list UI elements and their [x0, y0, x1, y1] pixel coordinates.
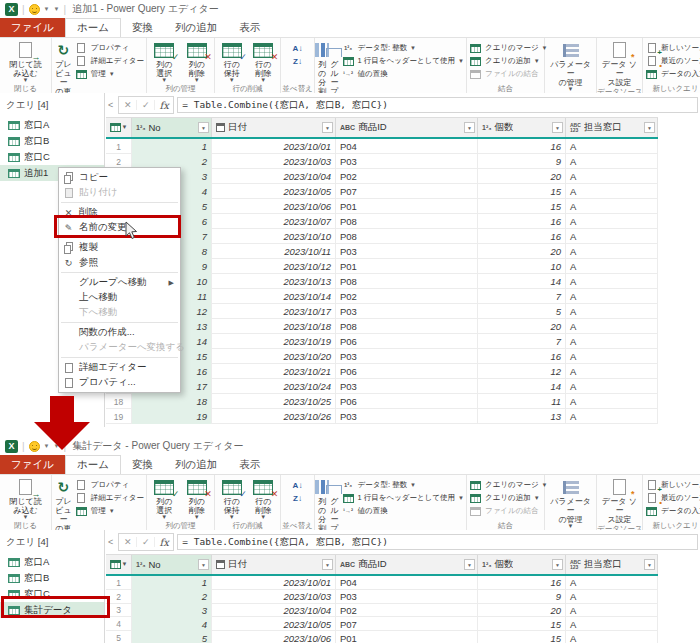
table-cell[interactable]: 2023/10/18	[212, 319, 336, 334]
table-cell[interactable]: P06	[336, 334, 478, 349]
sidebar-query-item[interactable]: 窓口A	[0, 554, 104, 570]
table-cell[interactable]: 15	[478, 617, 566, 631]
menu-item-0[interactable]: コピー	[59, 170, 180, 185]
collapse-pane-icon[interactable]: <	[108, 537, 113, 547]
table-cell[interactable]: A	[566, 289, 658, 304]
table-cell[interactable]: P04	[336, 576, 478, 590]
table-cell[interactable]: 5	[132, 631, 212, 643]
table-cell[interactable]: 16	[478, 576, 566, 590]
table-cell[interactable]: A	[566, 409, 658, 424]
column-header-3[interactable]: 1²₃個数▼	[478, 118, 566, 137]
ribbon-button-advanced-editor[interactable]: 詳細エディター	[75, 55, 144, 67]
ribbon-button-sort-descending[interactable]: Z↓	[291, 492, 304, 504]
table-cell[interactable]: 2023/10/03	[212, 154, 336, 169]
table-cell[interactable]: 9	[478, 590, 566, 604]
ribbon-button-use-first-row-as-headers[interactable]: 1 行目をヘッダーとして使用▼	[342, 492, 464, 504]
ribbon-button-data-type[interactable]: 1²₃データ型: 整数▼	[342, 42, 464, 54]
column-header-0[interactable]: 1²₃No▼	[132, 118, 212, 137]
smiley-dropdown-caret-icon[interactable]: ▼	[44, 6, 50, 12]
ribbon-button-properties[interactable]: プロパティ	[75, 479, 144, 491]
table-cell[interactable]: P03	[336, 154, 478, 169]
table-cell[interactable]: P07	[336, 184, 478, 199]
sidebar-query-item[interactable]: 窓口C	[0, 149, 104, 165]
table-cell[interactable]: 2023/10/04	[212, 604, 336, 618]
ribbon-button-merge-queries[interactable]: クエリのマージ▼	[469, 42, 542, 54]
tab-r4[interactable]: 表示	[228, 455, 271, 474]
filter-dropdown-icon[interactable]: ▼	[644, 559, 655, 570]
ribbon-button-replace-values[interactable]: ¹→²値の置換	[342, 68, 464, 80]
table-cell[interactable]: A	[566, 379, 658, 394]
table-cell[interactable]: A	[566, 244, 658, 259]
table-cell[interactable]: 2023/10/10	[212, 229, 336, 244]
commit-formula-icon[interactable]: ✓	[137, 100, 155, 110]
table-cell[interactable]: A	[566, 139, 658, 154]
quick-access-caret-icon[interactable]: ▼	[54, 6, 60, 12]
ribbon-button-close-and-load[interactable]: →閉じて読 み込む▼	[2, 40, 49, 84]
table-cell[interactable]: 2023/10/17	[212, 304, 336, 319]
table-cell[interactable]: P03	[336, 349, 478, 364]
table-cell[interactable]: A	[566, 184, 658, 199]
ribbon-button-recent-sources[interactable]: •最近のソース▼	[645, 492, 700, 504]
ribbon-button-data-source-settings[interactable]: *データ ソー ス設定	[599, 477, 640, 524]
table-cell[interactable]: 16	[478, 139, 566, 154]
table-cell[interactable]: A	[566, 349, 658, 364]
table-cell[interactable]: P08	[336, 274, 478, 289]
filter-dropdown-icon[interactable]: ▼	[644, 122, 655, 133]
table-cell[interactable]: 18	[132, 394, 212, 409]
table-cell[interactable]: 15	[478, 199, 566, 214]
ribbon-button-data-type[interactable]: 1²₃データ型: 整数▼	[342, 479, 464, 491]
table-cell[interactable]: P08	[336, 214, 478, 229]
table-cell[interactable]: 9	[478, 154, 566, 169]
table-cell[interactable]: 16	[478, 214, 566, 229]
column-header-3[interactable]: 1²₃個数▼	[478, 555, 566, 574]
ribbon-button-append-queries[interactable]: クエリの追加▼	[469, 55, 542, 67]
cancel-formula-icon[interactable]: ✕	[119, 100, 137, 110]
table-cell[interactable]: 2023/10/13	[212, 274, 336, 289]
column-header-4[interactable]: ABC123担当窓口▼	[566, 118, 658, 137]
ribbon-button-sort-ascending[interactable]: A↓	[291, 42, 304, 54]
column-header-1[interactable]: 日付▼	[212, 118, 336, 137]
table-cell[interactable]: 20	[478, 319, 566, 334]
table-cell[interactable]: P02	[336, 289, 478, 304]
table-cell[interactable]: 2023/10/01	[212, 576, 336, 590]
table-cell[interactable]: 20	[478, 244, 566, 259]
commit-formula-icon[interactable]: ✓	[137, 537, 155, 547]
table-cell[interactable]: 20	[478, 604, 566, 618]
ribbon-button-refresh-preview[interactable]: ↻プレビュー の更新▼	[54, 477, 73, 532]
table-cell[interactable]: P03	[336, 244, 478, 259]
table-cell[interactable]: 16	[478, 349, 566, 364]
table-cell[interactable]: 2	[132, 590, 212, 604]
table-cell[interactable]: P04	[336, 139, 478, 154]
column-header-4[interactable]: ABC123担当窓口▼	[566, 555, 658, 574]
ribbon-button-enter-data[interactable]: データの入力	[645, 68, 700, 80]
table-cell[interactable]: 2023/10/05	[212, 184, 336, 199]
table-cell[interactable]: 2023/10/20	[212, 349, 336, 364]
table-cell[interactable]: P06	[336, 394, 478, 409]
filter-dropdown-icon[interactable]: ▼	[198, 122, 209, 133]
ribbon-button-group-by[interactable]: グルー プ化	[329, 40, 339, 95]
ribbon-button-choose-columns[interactable]: ✓列の 選択▼	[149, 40, 180, 84]
ribbon-button-advanced-editor[interactable]: 詳細エディター	[75, 492, 144, 504]
ribbon-button-new-source[interactable]: +新しいソース▼	[645, 479, 700, 491]
table-cell[interactable]: 1	[132, 576, 212, 590]
tab-file[interactable]: ファイル	[0, 455, 65, 474]
table-cell[interactable]: 15	[478, 184, 566, 199]
table-cell[interactable]: 2023/10/21	[212, 364, 336, 379]
filter-dropdown-icon[interactable]: ▼	[322, 559, 333, 570]
formula-input[interactable]: = Table.Combine({窓口A, 窓口B, 窓口C})	[177, 534, 698, 550]
tab-r4[interactable]: 表示	[228, 18, 271, 37]
ribbon-button-remove-columns[interactable]: ✕列の 削除▼	[182, 40, 213, 84]
table-cell[interactable]: 12	[478, 364, 566, 379]
table-cell[interactable]: P03	[336, 409, 478, 424]
tab-r3[interactable]: 列の追加	[164, 455, 228, 474]
table-cell[interactable]: P03	[336, 304, 478, 319]
table-cell[interactable]: P01	[336, 199, 478, 214]
ribbon-button-group-by[interactable]: グルー プ化	[329, 477, 339, 532]
tab-r1[interactable]: ホーム	[65, 18, 121, 37]
table-cell[interactable]: 19	[132, 409, 212, 424]
ribbon-button-close-and-load[interactable]: →閉じて読 み込む▼	[2, 477, 49, 521]
table-cell[interactable]: 2023/10/25	[212, 394, 336, 409]
ribbon-button-append-queries[interactable]: クエリの追加▼	[469, 492, 542, 504]
column-header-2[interactable]: ABC商品ID▼	[336, 118, 478, 137]
table-cell[interactable]: 15	[478, 631, 566, 643]
